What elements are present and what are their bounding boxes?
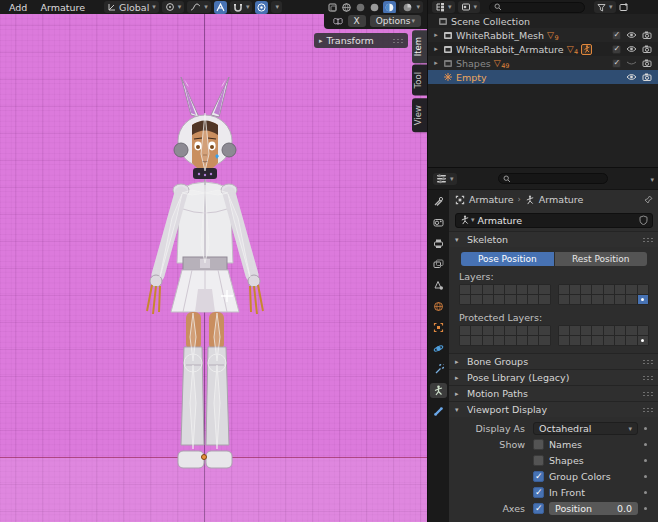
shading-solid-button[interactable] (369, 2, 380, 13)
layer-cell[interactable] (483, 326, 493, 335)
layer-cell[interactable] (494, 295, 504, 304)
layer-cell[interactable] (638, 295, 648, 304)
layer-cell[interactable] (559, 336, 569, 345)
camera-icon[interactable] (642, 59, 652, 67)
animate-dot[interactable] (644, 491, 647, 494)
layer-cell[interactable] (638, 285, 648, 294)
layer-cell[interactable] (471, 336, 481, 345)
new-collection-button[interactable] (619, 2, 629, 12)
layer-cell[interactable] (528, 336, 538, 345)
tab-render[interactable] (430, 215, 447, 230)
pin-icon[interactable] (644, 195, 653, 204)
pivot-point-dropdown[interactable] (162, 1, 185, 13)
layer-cell[interactable] (494, 285, 504, 294)
options-dropdown[interactable]: Options (370, 15, 421, 27)
shading-rendered-dropdown[interactable] (399, 1, 423, 13)
shading-wireframe-button[interactable] (355, 2, 366, 13)
tab-object[interactable] (430, 320, 447, 335)
editor-type-dropdown[interactable] (433, 173, 457, 185)
proportional-editing-toggle[interactable] (255, 1, 268, 14)
character-model[interactable] (0, 13, 427, 522)
snap-falloff-dropdown[interactable] (187, 1, 211, 13)
tab-view[interactable]: View (412, 98, 427, 132)
transform-orientation-dropdown[interactable]: Global (104, 1, 159, 13)
axes-checkbox[interactable] (533, 503, 544, 514)
proportional-falloff-dropdown[interactable] (271, 1, 282, 13)
eye-icon[interactable] (626, 45, 637, 53)
armature-name-field[interactable]: Armature (455, 213, 653, 228)
expand-arrow-icon[interactable]: ▸ (432, 45, 440, 53)
layer-cell[interactable] (615, 285, 625, 294)
breadcrumb-data[interactable]: Armature (539, 194, 584, 205)
layer-cell[interactable] (581, 285, 591, 294)
layer-cell[interactable] (483, 336, 493, 345)
tab-bone[interactable] (430, 404, 447, 419)
animate-dot[interactable] (644, 443, 647, 446)
layer-cell[interactable] (528, 285, 538, 294)
camera-icon[interactable] (642, 31, 652, 39)
layer-cell[interactable] (638, 336, 648, 345)
mirror-x-toggle[interactable]: X (348, 15, 366, 27)
menu-armature[interactable]: Armature (35, 2, 90, 13)
layer-cell[interactable] (483, 295, 493, 304)
layer-cell[interactable] (570, 285, 580, 294)
eye-icon[interactable] (626, 73, 637, 81)
panel-skeleton-header[interactable]: ▾ Skeleton (449, 231, 658, 247)
tab-view-layer[interactable] (430, 257, 447, 272)
tab-tool[interactable]: Tool (412, 65, 427, 96)
outliner-row-empty[interactable]: Empty (428, 70, 658, 84)
breadcrumb-object[interactable]: Armature (469, 194, 514, 205)
expand-arrow-icon[interactable]: ▸ (432, 59, 440, 67)
layer-cell[interactable] (626, 295, 636, 304)
layer-cell[interactable] (471, 326, 481, 335)
shapes-checkbox[interactable] (533, 455, 544, 466)
layer-cell[interactable] (483, 285, 493, 294)
filter-dropdown[interactable] (594, 1, 616, 13)
tab-world[interactable] (430, 299, 447, 314)
tab-physics[interactable] (430, 341, 447, 356)
layer-cell[interactable] (604, 295, 614, 304)
layer-cell[interactable] (539, 295, 549, 304)
eye-closed-icon[interactable] (626, 59, 637, 67)
layer-cell[interactable] (570, 326, 580, 335)
layer-cell[interactable] (471, 285, 481, 294)
armature-browse-dropdown[interactable] (460, 215, 475, 225)
shading-material-button[interactable] (383, 1, 396, 14)
snap-target-dropdown[interactable] (230, 1, 253, 13)
tab-output[interactable] (430, 236, 447, 251)
layer-cell[interactable] (505, 326, 515, 335)
layer-cell[interactable] (460, 295, 470, 304)
layer-cell[interactable] (592, 326, 602, 335)
show-gizmo-toggle[interactable] (327, 2, 338, 13)
axes-position-slider[interactable]: Position 0.0 (549, 502, 638, 515)
layer-cell[interactable] (517, 326, 527, 335)
outliner-row-armature[interactable]: ▸ WhiteRabbit_Armature ▽4 (428, 42, 658, 56)
in-front-checkbox[interactable] (533, 487, 544, 498)
layer-cell[interactable] (638, 326, 648, 335)
layer-cell[interactable] (505, 295, 515, 304)
layer-cell[interactable] (626, 326, 636, 335)
layer-cell[interactable] (517, 285, 527, 294)
panel-bone-groups-header[interactable]: ▸ Bone Groups (449, 353, 658, 369)
layer-cell[interactable] (505, 285, 515, 294)
layer-cell[interactable] (559, 326, 569, 335)
outliner-row-mesh[interactable]: ▸ WhiteRabbit_Mesh ▽9 (428, 28, 658, 42)
layer-cell[interactable] (570, 336, 580, 345)
animate-dot[interactable] (644, 475, 647, 478)
layer-cell[interactable] (592, 285, 602, 294)
layer-cell[interactable] (517, 336, 527, 345)
outliner-row-scene-collection[interactable]: Scene Collection (428, 14, 658, 28)
layer-cell[interactable] (615, 336, 625, 345)
layer-cell[interactable] (559, 285, 569, 294)
layer-cell[interactable] (615, 326, 625, 335)
layer-cell[interactable] (494, 326, 504, 335)
layer-cell[interactable] (505, 336, 515, 345)
layer-cell[interactable] (570, 295, 580, 304)
outliner-search-input[interactable] (489, 2, 585, 13)
layer-cell[interactable] (460, 285, 470, 294)
properties-search-input[interactable] (498, 173, 608, 184)
pose-position-button[interactable]: Pose Position (461, 252, 554, 266)
layer-cell[interactable] (592, 336, 602, 345)
viewport-canvas[interactable] (0, 13, 427, 522)
layer-cell[interactable] (581, 336, 591, 345)
